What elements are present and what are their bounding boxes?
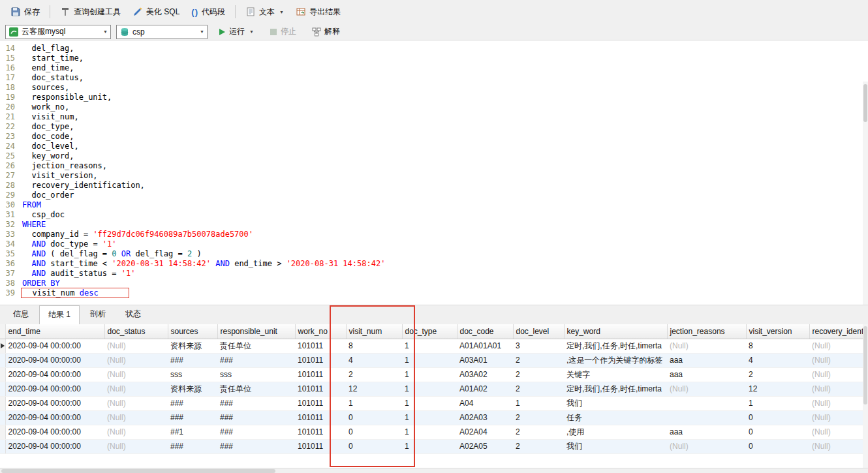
table-row[interactable]: 2020-09-04 00:00:00(Null)资料来源责任单位1010111… [0, 382, 863, 396]
editor-line[interactable]: 20 work_no, [0, 102, 868, 112]
cell-visit_num[interactable]: 0 [346, 410, 402, 425]
table-row[interactable]: 2020-09-04 00:00:00(Null)######10101101A… [0, 439, 863, 453]
cell-doc_level[interactable]: 2 [513, 439, 564, 453]
column-header-jection_reasons[interactable]: jection_reasons [667, 324, 746, 339]
row-selector[interactable] [0, 410, 5, 425]
cell-responsible_unit[interactable]: 责任单位 [217, 382, 295, 396]
cell-visit_num[interactable]: 2 [346, 367, 402, 382]
editor-line[interactable]: 33 company_id = 'ff29d7dc06f946089a7b500… [0, 230, 868, 239]
cell-end_time[interactable]: 2020-09-04 00:00:00 [5, 439, 104, 453]
editor-line[interactable]: 37 AND audit_status = '1' [0, 269, 868, 279]
cell-work_no[interactable]: 101011 [295, 353, 346, 367]
scrollbar-thumb[interactable] [1, 469, 275, 473]
cell-doc_code[interactable]: A03A01 [457, 353, 513, 367]
editor-line[interactable]: 32WHERE [0, 220, 868, 230]
tab-info[interactable]: 信息 [4, 305, 38, 324]
cell-jection_reasons[interactable]: (Null) [667, 439, 746, 453]
cell-jection_reasons[interactable] [667, 410, 746, 425]
table-row[interactable]: 2020-09-04 00:00:00(Null)##1###10101101A… [0, 425, 863, 439]
column-header-doc_status[interactable]: doc_status [104, 324, 168, 339]
editor-line[interactable]: 35 AND ( del_flag = 0 OR del_flag = 2 ) [0, 249, 868, 259]
cell-responsible_unit[interactable]: ### [217, 425, 295, 439]
cell-jection_reasons[interactable]: aaa [667, 353, 746, 367]
tab-profile[interactable]: 剖析 [81, 305, 115, 324]
cell-work_no[interactable]: 101011 [295, 425, 346, 439]
editor-vertical-scrollbar[interactable] [863, 82, 868, 305]
cell-doc_level[interactable]: 2 [513, 425, 564, 439]
query-builder-button[interactable]: 查询创建工具 [55, 4, 126, 20]
cell-key_word[interactable]: 我们 [564, 396, 667, 410]
row-selector[interactable] [0, 382, 5, 396]
cell-sources[interactable]: sss [168, 367, 217, 382]
cell-doc_type[interactable]: 1 [402, 353, 457, 367]
cell-doc_code[interactable]: A01A02 [457, 382, 513, 396]
connection-select[interactable]: 云客服mysql ▼ [5, 25, 111, 39]
cell-recovery_identification[interactable]: (Null) [809, 382, 863, 396]
grid-vertical-scrollbar[interactable] [863, 324, 868, 468]
cell-recovery_identification[interactable]: (Null) [809, 367, 863, 382]
beautify-sql-button[interactable]: 美化 SQL [127, 4, 185, 20]
cell-doc_level[interactable]: 1 [513, 396, 564, 410]
editor-line[interactable]: 18 sources, [0, 83, 868, 93]
editor-line[interactable]: 39 visit_num desc [0, 288, 868, 298]
cell-visit_num[interactable]: 0 [346, 425, 402, 439]
cell-end_time[interactable]: 2020-09-04 00:00:00 [5, 367, 104, 382]
grid-horizontal-scrollbar[interactable] [0, 468, 868, 473]
cell-work_no[interactable]: 101011 [295, 396, 346, 410]
cell-responsible_unit[interactable]: 责任单位 [217, 339, 295, 353]
column-header-recovery_identification[interactable]: recovery_identification [809, 324, 863, 339]
column-header-visit_num[interactable]: visit_num [346, 324, 402, 339]
code-snippet-button[interactable]: () 代码段 [186, 4, 230, 20]
editor-line[interactable]: 19 responsible_unit, [0, 93, 868, 102]
cell-key_word[interactable]: 任务 [564, 410, 667, 425]
save-button[interactable]: 保存 [5, 4, 45, 20]
cell-responsible_unit[interactable]: ### [217, 396, 295, 410]
cell-sources[interactable]: ### [168, 439, 217, 453]
cell-visit_num[interactable]: 4 [346, 353, 402, 367]
column-header-visit_version[interactable]: visit_version [746, 324, 809, 339]
editor-line[interactable]: 24 doc_level, [0, 142, 868, 151]
cell-sources[interactable]: ### [168, 410, 217, 425]
column-header-sources[interactable]: sources [168, 324, 217, 339]
editor-line[interactable]: 17 doc_status, [0, 73, 868, 83]
cell-doc_type[interactable]: 1 [402, 425, 457, 439]
tab-status[interactable]: 状态 [116, 305, 150, 324]
cell-doc_status[interactable]: (Null) [104, 353, 168, 367]
column-header-end_time[interactable]: end_time [5, 324, 104, 339]
cell-doc_status[interactable]: (Null) [104, 410, 168, 425]
sql-editor[interactable]: 14 del_flag,15 start_time,16 end_time,17… [0, 40, 868, 305]
table-row[interactable]: 2020-09-04 00:00:00(Null)######10101101A… [0, 410, 863, 425]
table-row[interactable]: 2020-09-04 00:00:00(Null)资料来源责任单位1010118… [0, 339, 863, 353]
cell-sources[interactable]: ### [168, 353, 217, 367]
cell-responsible_unit[interactable]: ### [217, 410, 295, 425]
row-selector[interactable] [0, 353, 5, 367]
explain-button[interactable]: 解释 [307, 23, 345, 40]
cell-doc_code[interactable]: A03A02 [457, 367, 513, 382]
column-header-work_no[interactable]: work_no [295, 324, 346, 339]
cell-recovery_identification[interactable]: (Null) [809, 396, 863, 410]
cell-doc_level[interactable]: 2 [513, 353, 564, 367]
editor-line[interactable]: 30FROM [0, 200, 868, 210]
row-selector[interactable] [0, 439, 5, 453]
cell-doc_type[interactable]: 1 [402, 367, 457, 382]
cell-key_word[interactable]: 关键字 [564, 367, 667, 382]
database-select[interactable]: csp ▼ [116, 25, 208, 39]
cell-jection_reasons[interactable]: aaa [667, 367, 746, 382]
cell-work_no[interactable]: 101011 [295, 382, 346, 396]
scrollbar-thumb[interactable] [863, 84, 867, 122]
cell-end_time[interactable]: 2020-09-04 00:00:00 [5, 425, 104, 439]
cell-visit_version[interactable]: 4 [746, 353, 809, 367]
cell-visit_num[interactable]: 12 [346, 382, 402, 396]
editor-line[interactable]: 27 visit_version, [0, 171, 868, 181]
cell-doc_code[interactable]: A02A03 [457, 410, 513, 425]
table-row[interactable]: 2020-09-04 00:00:00(Null)######10101141A… [0, 353, 863, 367]
cell-visit_version[interactable]: 0 [746, 410, 809, 425]
cell-doc_type[interactable]: 1 [402, 382, 457, 396]
editor-line[interactable]: 15 start_time, [0, 53, 868, 63]
column-header-doc_code[interactable]: doc_code [457, 324, 513, 339]
cell-responsible_unit[interactable]: ### [217, 439, 295, 453]
cell-doc_status[interactable]: (Null) [104, 396, 168, 410]
cell-doc_status[interactable]: (Null) [104, 439, 168, 453]
column-header-key_word[interactable]: key_word [564, 324, 667, 339]
table-row[interactable]: 2020-09-04 00:00:00(Null)ssssss10101121A… [0, 367, 863, 382]
